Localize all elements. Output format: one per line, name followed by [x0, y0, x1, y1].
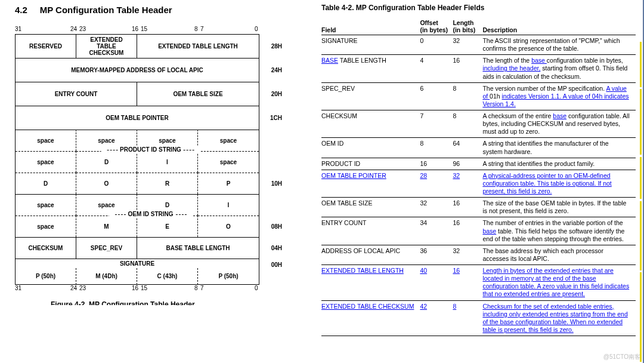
highlight-bar: [640, 42, 642, 87]
table-row: EXTENDED TABLE CHECKSUM428Checksum for t…: [321, 300, 636, 336]
field-description: Length in bytes of the extended entries …: [482, 265, 636, 301]
row-20h: ENTRY COUNT OEM TABLE SIZE 20H: [15, 82, 286, 106]
field-offset: 4: [420, 55, 453, 82]
field-length: 16: [453, 55, 482, 82]
highlight-bar: [640, 201, 642, 270]
field-description: A checksum of the entire base configurat…: [482, 110, 636, 138]
field-name: EXTENDED TABLE LENGTH: [321, 265, 420, 301]
field-name-link[interactable]: EXTENDED TABLE CHECKSUM: [321, 303, 414, 310]
field-description: The base address by which each processor…: [482, 245, 636, 264]
field-description: The ASCII string representation of "PCMP…: [482, 35, 636, 55]
field-name: OEM TABLE POINTER: [321, 170, 420, 197]
field-length: 16: [453, 198, 482, 217]
field-offset: 40: [420, 265, 453, 301]
field-name: BASE TABLE LENGTH: [321, 55, 420, 82]
table-row: OEM ID864A string that identifies the ma…: [321, 138, 636, 158]
watermark: @51CTO南客: [603, 353, 640, 361]
field-description: A string that identifies the manufacture…: [482, 138, 636, 158]
field-name-link[interactable]: EXTENDED TABLE LENGTH: [321, 267, 404, 274]
highlight-bar: [640, 157, 642, 199]
field-length: 32: [453, 245, 482, 264]
field-length: 16: [453, 265, 482, 301]
field-name: OEM ID: [321, 138, 420, 158]
col-desc: Description: [482, 18, 636, 35]
row-1ch: OEM TABLE POINTER 1CH: [15, 106, 286, 130]
figure-caption: Figure 4-2. MP Configuration Table Heade…: [15, 300, 298, 305]
field-description: The version number of the MP specificati…: [482, 82, 636, 110]
field-name: ENTRY COUNT: [321, 217, 420, 245]
field-length: 8: [453, 82, 482, 110]
register-diagram: RESERVED EXTENDED TABLE CHECKSUM EXTENDE…: [15, 34, 286, 285]
row-oem-1: OEM ID STRING space M E O 08H: [15, 216, 286, 237]
diagram-panel: 4.2 MP Configuration Table Header 31 24 …: [0, 0, 313, 363]
field-length: 32: [453, 35, 482, 55]
table-row: OEM TABLE SIZE3216The size of the base O…: [321, 198, 636, 217]
field-offset: 7: [420, 110, 453, 138]
table-row: EXTENDED TABLE LENGTH4016Length in bytes…: [321, 265, 636, 301]
field-name-link[interactable]: OEM TABLE POINTER: [321, 172, 386, 179]
field-offset: 36: [420, 245, 453, 264]
field-table-panel: Table 4-2. MP Configuration Table Header…: [313, 0, 644, 363]
bit-labels-bottom: 31 24 23 16 15 8 7 0: [15, 285, 259, 293]
field-name: SIGNATURE: [321, 35, 420, 55]
field-offset: 0: [420, 35, 453, 55]
col-offset: Offset (in bytes): [420, 18, 453, 35]
highlight-bar: [640, 89, 642, 155]
table-row: SPEC_REV68The version number of the MP s…: [321, 82, 636, 110]
field-description: The number of entries in the variable po…: [482, 217, 636, 245]
field-name: OEM TABLE SIZE: [321, 198, 420, 217]
field-offset: 8: [420, 138, 453, 158]
field-length: 64: [453, 138, 482, 158]
field-name-link[interactable]: BASE: [321, 57, 338, 64]
col-length: Length (in bits): [453, 18, 482, 35]
row-00h: P (50h) M (4Dh) C (43h) P (50h): [15, 268, 286, 285]
field-length: 8: [453, 300, 482, 336]
field-offset: 16: [420, 158, 453, 170]
field-description: A physical-address pointer to an OEM-def…: [482, 170, 636, 197]
field-name: ADDRESS OF LOCAL APIC: [321, 245, 420, 264]
field-description: The length of the base configuration tab…: [482, 55, 636, 82]
table-row: ADDRESS OF LOCAL APIC3632The base addres…: [321, 245, 636, 264]
fields-table: Field Offset (in bytes) Length (in bits)…: [321, 18, 636, 336]
table-row: ENTRY COUNT3416The number of entries in …: [321, 217, 636, 245]
table-row: PRODUCT ID1696A string that identifies t…: [321, 158, 636, 170]
field-offset: 28: [420, 170, 453, 197]
field-length: 32: [453, 170, 482, 197]
field-offset: 32: [420, 198, 453, 217]
row-28h: RESERVED EXTENDED TABLE CHECKSUM EXTENDE…: [15, 34, 286, 58]
field-description: Checksum for the set of extended table e…: [482, 300, 636, 336]
field-description: A string that identifies the product fam…: [482, 158, 636, 170]
field-length: 96: [453, 158, 482, 170]
table-row: SIGNATURE032The ASCII string representat…: [321, 35, 636, 55]
highlight-bar: [640, 272, 642, 362]
table-row: CHECKSUM78A checksum of the entire base …: [321, 110, 636, 138]
row-04h: CHECKSUM SPEC_REV BASE TABLE LENGTH 04H: [15, 237, 286, 259]
field-name: PRODUCT ID: [321, 158, 420, 170]
row-prod-2: PRODUCT ID STRING space D I space: [15, 151, 286, 173]
table-row: OEM TABLE POINTER2832A physical-address …: [321, 170, 636, 197]
field-name: CHECKSUM: [321, 110, 420, 138]
field-name: EXTENDED TABLE CHECKSUM: [321, 300, 420, 336]
col-field: Field: [321, 18, 420, 35]
field-offset: 6: [420, 82, 453, 110]
row-24h: MEMORY-MAPPED ADDRESS OF LOCAL APIC 24H: [15, 58, 286, 82]
field-name: SPEC_REV: [321, 82, 420, 110]
row-prod-1: D O R P 10H: [15, 173, 286, 194]
field-offset: 34: [420, 217, 453, 245]
field-offset: 42: [420, 300, 453, 336]
section-number: 4.2: [15, 5, 27, 15]
field-description: The size of the base OEM table in bytes.…: [482, 198, 636, 217]
field-length: 16: [453, 217, 482, 245]
row-sig-label: SIGNATURE 00H: [15, 259, 286, 268]
field-length: 8: [453, 110, 482, 138]
bit-labels-top: 31 24 23 16 15 8 7 0: [15, 26, 259, 34]
section-title: MP Configuration Table Header: [40, 5, 172, 15]
table-row: BASE TABLE LENGTH416The length of the ba…: [321, 55, 636, 82]
table-caption: Table 4-2. MP Configuration Table Header…: [321, 4, 636, 12]
section-heading: 4.2 MP Configuration Table Header: [15, 5, 298, 15]
